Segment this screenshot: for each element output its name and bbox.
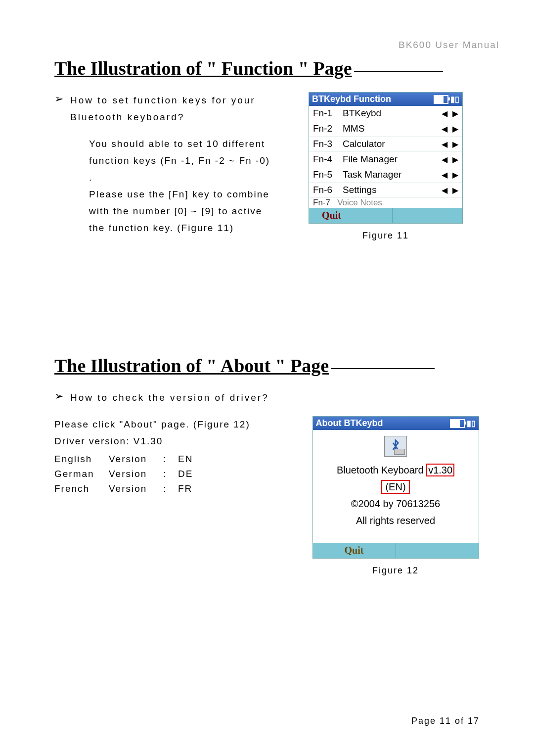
fn-value: BTKeybd	[343, 108, 442, 119]
fn-value: Task Manager	[343, 169, 442, 180]
status-icons: ▮▯	[434, 94, 459, 104]
screenshot-title: BTKeybd Function	[312, 94, 391, 104]
fn-key: Fn-5	[313, 169, 343, 180]
function-screenshot: BTKeybd Function ▮▯ Fn-1BTKeybd◀▶Fn-2MMS…	[309, 92, 463, 224]
next-icon[interactable]: ▶	[452, 186, 458, 195]
about-line1: Bluetooth Keyboard v1.30	[316, 462, 476, 478]
section1-title: The Illustration of " Function " Page	[54, 57, 499, 79]
signal-icon: ▮▯	[450, 94, 459, 104]
about-screenshot: About BTKeybd ▮▯ Bluetooth Keyboard v1.3	[312, 416, 479, 559]
fn-row-cut: Fn-7 Voice Notes	[309, 198, 462, 208]
next-icon[interactable]: ▶	[452, 155, 458, 164]
about-rights: All rights reserved	[316, 512, 476, 529]
fn-row[interactable]: Fn-2MMS◀▶	[309, 121, 462, 137]
prev-icon[interactable]: ◀	[442, 140, 447, 149]
prev-icon[interactable]: ◀	[442, 109, 447, 118]
fn-value: File Manager	[343, 154, 442, 165]
fn-value: Calculator	[343, 139, 442, 149]
version-row: FrenchVersion:FR	[54, 483, 292, 494]
next-icon[interactable]: ▶	[452, 109, 458, 118]
next-icon[interactable]: ▶	[452, 170, 458, 180]
fn-row[interactable]: Fn-6Settings◀▶	[309, 183, 462, 198]
version-highlight: v1.30	[426, 464, 454, 476]
keyboard-icon	[394, 449, 405, 455]
bullet-arrow-icon: ➢	[54, 92, 63, 106]
section1-question: How to set function keys for your Blueto…	[70, 92, 272, 126]
prev-icon[interactable]: ◀	[442, 155, 447, 164]
battery-icon	[450, 419, 465, 428]
about-copyright: ©2004 by 70613256	[316, 495, 476, 512]
prev-icon[interactable]: ◀	[442, 170, 447, 180]
bullet-arrow-icon: ➢	[54, 389, 63, 403]
fn-row[interactable]: Fn-4File Manager◀▶	[309, 152, 462, 167]
version-row: EnglishVersion:EN	[54, 454, 292, 465]
fn-value: MMS	[343, 123, 442, 134]
fn-key: Fn-1	[313, 108, 343, 119]
screenshot-bottombar: Quit	[313, 543, 479, 558]
bottombar-spacer	[393, 208, 463, 223]
version-row: GermanVersion:DE	[54, 469, 292, 479]
doc-header: BK600 User Manual	[54, 40, 499, 50]
screenshot-titlebar: About BTKeybd ▮▯	[313, 417, 479, 430]
fn-row[interactable]: Fn-5Task Manager◀▶	[309, 167, 462, 183]
quit-button[interactable]: Quit	[313, 543, 396, 558]
lang-highlight: (EN)	[381, 480, 409, 494]
screenshot-title: About BTKeybd	[316, 418, 383, 428]
battery-icon	[434, 95, 448, 104]
fn-row[interactable]: Fn-1BTKeybd◀▶	[309, 106, 462, 121]
screenshot-bottombar: Quit	[309, 208, 462, 223]
next-icon[interactable]: ▶	[452, 140, 458, 149]
section2-question: How to check the version of driver?	[70, 389, 269, 406]
prev-icon[interactable]: ◀	[442, 186, 447, 195]
quit-button[interactable]: Quit	[309, 208, 393, 223]
section2-title: The Illustration of " About " Page	[54, 355, 499, 377]
figure11-caption: Figure 11	[362, 231, 409, 241]
fn-row[interactable]: Fn-3Calculator◀▶	[309, 137, 462, 152]
fn-value: Settings	[343, 185, 442, 195]
next-icon[interactable]: ▶	[452, 124, 458, 134]
version-table: EnglishVersion:ENGermanVersion:DEFrenchV…	[54, 454, 292, 494]
section2-body: Please click "About" page. (Figure 12) D…	[54, 416, 292, 450]
fn-key: Fn-4	[313, 154, 343, 165]
status-icons: ▮▯	[450, 419, 476, 428]
bottombar-spacer	[396, 543, 479, 558]
fn-key: Fn-2	[313, 123, 343, 134]
figure12-caption: Figure 12	[372, 566, 419, 576]
screenshot-titlebar: BTKeybd Function ▮▯	[309, 93, 462, 106]
fn-key: Fn-3	[313, 139, 343, 149]
prev-icon[interactable]: ◀	[442, 124, 447, 134]
fn-key: Fn-6	[313, 185, 343, 195]
signal-icon: ▮▯	[467, 419, 476, 428]
section1-body: You should able to set 10 different func…	[89, 136, 272, 236]
page-footer: Page 11 of 17	[411, 716, 480, 726]
bluetooth-icon	[384, 436, 407, 457]
